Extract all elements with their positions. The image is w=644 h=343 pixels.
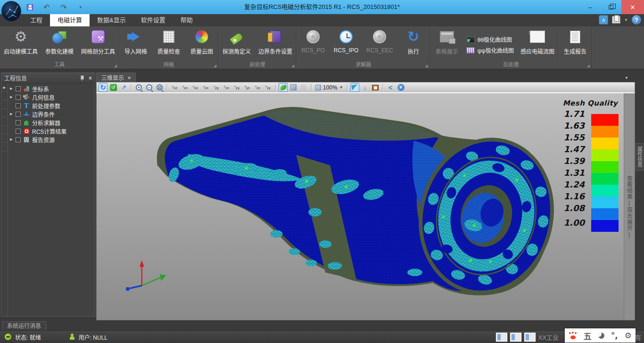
- tab-3d-display[interactable]: 三维显示 ×: [96, 73, 136, 82]
- view-preset-3-button[interactable]: yxz: [191, 83, 200, 92]
- zoom-in-icon: +: [136, 84, 142, 90]
- close-view-button[interactable]: ×: [396, 83, 405, 92]
- execute-button[interactable]: ↻ 执行: [397, 28, 430, 61]
- tree-margin-column: ▶: [1, 83, 8, 316]
- generate-report-button[interactable]: 生成报告: [559, 28, 592, 61]
- menu-tab-settings[interactable]: 软件设置: [133, 14, 173, 26]
- tab-close-icon[interactable]: ×: [128, 75, 131, 81]
- zoom-out-button[interactable]: −: [145, 83, 154, 92]
- zoom-level-value: 100%: [323, 84, 338, 91]
- pin-icon[interactable]: [80, 75, 84, 81]
- help-button[interactable]: ?: [632, 15, 641, 24]
- view-preset-7-button[interactable]: vzy: [232, 83, 241, 92]
- tree-item-report-resources[interactable]: ▶ 报告资源: [8, 135, 95, 144]
- flat-view-button[interactable]: [289, 83, 298, 92]
- capture-view-button[interactable]: [371, 83, 380, 92]
- rcs-ipo-button[interactable]: RCS_IPO: [330, 28, 363, 61]
- view-preset-8-button[interactable]: zyx: [243, 83, 252, 92]
- render-canvas[interactable]: Mesh Quality 1.71 1.63 1.55 1.47 1.39 1.…: [96, 93, 635, 320]
- mesh-partition-tool-button[interactable]: 网格剖分工具: [77, 28, 119, 61]
- tab-list-dropdown-icon[interactable]: ▼: [625, 76, 628, 80]
- checkbox[interactable]: [16, 86, 21, 91]
- view-preset-2-button[interactable]: yzx: [181, 83, 190, 92]
- tree-item-coordinate-system[interactable]: ▶ 坐标系: [8, 84, 95, 93]
- tree-item-rcs-results[interactable]: RCS计算结果: [8, 127, 95, 135]
- menu-tab-project[interactable]: 工程: [23, 14, 50, 26]
- psi-polarization-curve-button[interactable]: ψψ极化曲线图: [466, 46, 514, 54]
- section-tool-button[interactable]: [350, 83, 359, 92]
- expander-icon[interactable]: ▶: [9, 95, 14, 99]
- minimize-button[interactable]: –: [580, 0, 601, 14]
- collapse-ribbon-button[interactable]: ∧: [599, 15, 608, 24]
- panel-close-icon[interactable]: ×: [89, 75, 92, 82]
- menu-tab-em-compute[interactable]: 电磁计算: [50, 14, 90, 26]
- parametric-modeling-button[interactable]: 参数化建模: [41, 28, 77, 61]
- group-expand-icon[interactable]: ◢: [114, 64, 117, 68]
- probe-angle-define-button[interactable]: 探测角定义: [219, 28, 255, 61]
- checkbox[interactable]: [16, 95, 21, 100]
- shaded-view-button[interactable]: [279, 83, 288, 92]
- menu-tab-data-display[interactable]: 数据&显示: [90, 14, 133, 26]
- tree-item-geometry-info[interactable]: ▶ 几何信息: [8, 93, 95, 101]
- theta-polarization-curve-button[interactable]: θθ极化曲线图: [466, 35, 514, 43]
- view-preset-4-button[interactable]: yzx: [201, 83, 210, 92]
- layout-bottom-panel-button[interactable]: [524, 333, 536, 342]
- view-preset-10-button[interactable]: vzy: [264, 83, 272, 92]
- expander-icon[interactable]: ▶: [9, 87, 14, 90]
- tree-item-preprocess-params[interactable]: T 前处理参数: [8, 101, 95, 110]
- zoom-fit-button[interactable]: ⊞: [155, 83, 164, 92]
- pan-tool-button[interactable]: ↗: [119, 83, 128, 92]
- quality-cloud-map-button[interactable]: 质量云图: [185, 28, 218, 61]
- induced-current-map-button[interactable]: 感应电磁流图: [517, 28, 558, 61]
- ime-punctuation-button[interactable]: °,: [611, 331, 618, 340]
- zoom-in-button[interactable]: +: [134, 83, 143, 92]
- rotate-tool-button[interactable]: ↻: [99, 83, 107, 92]
- display-device-icon[interactable]: [612, 16, 620, 24]
- drop-view-button[interactable]: ↓: [361, 83, 370, 92]
- report-resources-icon: [23, 136, 30, 143]
- flow-display-button[interactable]: <: [386, 83, 395, 92]
- checkbox[interactable]: [16, 120, 21, 125]
- group-expand-icon[interactable]: ◢: [214, 64, 216, 68]
- ime-fullwidth-moon-icon[interactable]: [598, 333, 604, 339]
- ime-logo-paw-icon[interactable]: [569, 332, 577, 339]
- zoom-level-select[interactable]: 100% ▼: [314, 83, 344, 92]
- expander-icon[interactable]: ▶: [9, 138, 14, 141]
- pan-icon: ↗: [121, 84, 126, 91]
- checkbox[interactable]: [16, 129, 21, 134]
- view-results-strip[interactable]: 查看结果(双击展开): [624, 93, 635, 320]
- view-preset-5-button[interactable]: xzy: [212, 83, 221, 92]
- app-logo-icon[interactable]: [1, 1, 21, 22]
- quality-check-button[interactable]: 质量检查: [152, 28, 185, 61]
- menu-tab-help[interactable]: 帮助: [173, 14, 200, 26]
- property-info-tab[interactable]: 属性信息: [636, 143, 644, 171]
- group-expand-icon[interactable]: ◢: [587, 64, 590, 68]
- boundary-condition-settings-button[interactable]: 边界条件设置: [255, 28, 296, 61]
- checkbox[interactable]: [16, 103, 21, 108]
- view-preset-6-button[interactable]: yzx: [222, 83, 231, 92]
- checkbox[interactable]: [16, 112, 21, 117]
- launch-modeling-tool-button[interactable]: ⚙ 启动建模工具: [0, 28, 41, 61]
- title-bar: ↶ ↷ ▼ 复杂目标RCS电磁分析软件2015 R1 - RCS_2015031…: [0, 0, 644, 14]
- group-expand-icon[interactable]: ◢: [291, 64, 294, 68]
- root-expander-icon[interactable]: ▶: [1, 83, 8, 92]
- expander-icon[interactable]: ▶: [9, 112, 14, 116]
- system-messages-tab[interactable]: 系统运行消息: [2, 321, 46, 330]
- import-mesh-button[interactable]: 导入网格: [119, 28, 152, 61]
- view-preset-1-button[interactable]: yxz: [170, 83, 179, 92]
- layout-split-panel-button[interactable]: [510, 333, 521, 342]
- tree-item-analysis-solver[interactable]: 分析求解器: [8, 118, 95, 127]
- view-preset-9-button[interactable]: vzx: [253, 83, 262, 92]
- ime-mode-button[interactable]: 五: [584, 330, 592, 342]
- tree-item-boundary-conditions[interactable]: ▶ 边界条件: [8, 110, 95, 118]
- wireframe-view-button[interactable]: [299, 83, 308, 92]
- layout-left-panel-button[interactable]: [496, 333, 507, 342]
- restore-button[interactable]: [601, 0, 621, 14]
- device-dropdown-icon[interactable]: ▼: [624, 18, 628, 22]
- ime-settings-gear-icon[interactable]: ⚙: [625, 331, 632, 340]
- group-expand-icon[interactable]: ◢: [425, 64, 428, 68]
- close-button[interactable]: ✕: [621, 0, 644, 14]
- shaded-square-icon: [290, 84, 297, 90]
- checkbox[interactable]: [16, 137, 21, 142]
- orbit-tool-button[interactable]: ↺: [109, 83, 118, 92]
